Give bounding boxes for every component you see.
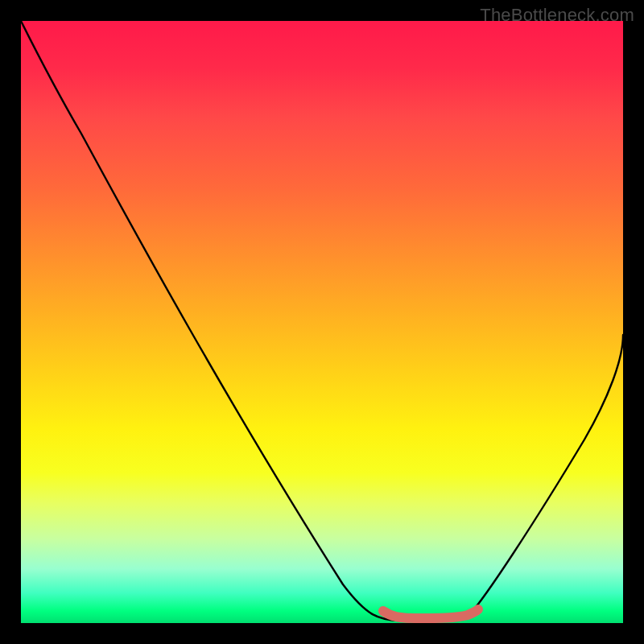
watermark-text: TheBottleneck.com [480,5,634,26]
bottleneck-curve-path [21,21,623,621]
chart-plot-area [21,21,623,623]
curve-overlay [21,21,623,623]
optimal-range-marker-path [383,609,478,618]
